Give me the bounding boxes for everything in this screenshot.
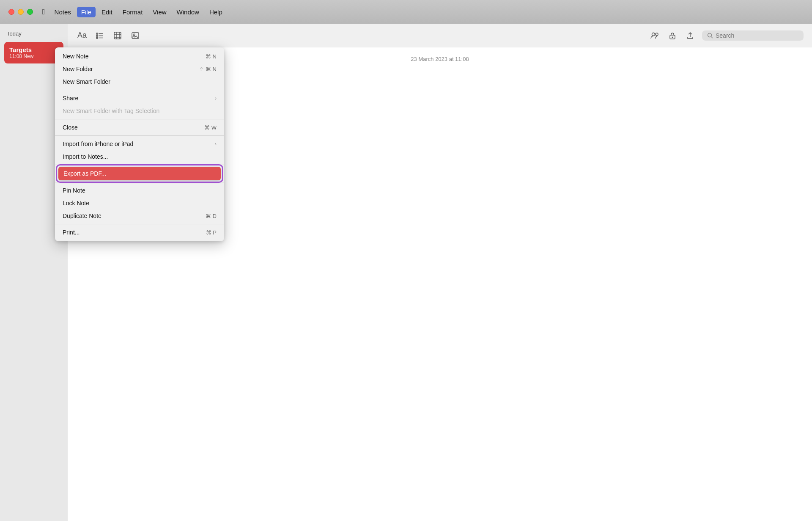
svg-point-17 — [708, 33, 712, 37]
menu-item-share[interactable]: Share › — [55, 92, 224, 105]
svg-point-16 — [672, 36, 673, 38]
collaborate-icon[interactable] — [649, 30, 661, 41]
svg-rect-2 — [96, 35, 98, 36]
apple-logo-icon:  — [42, 8, 45, 17]
menu-item-close[interactable]: Close ⌘ W — [55, 121, 224, 134]
content-toolbar: Aa — [68, 24, 812, 47]
menu-item-export-pdf[interactable]: Export as PDF... — [58, 167, 221, 180]
checklist-icon[interactable] — [94, 30, 106, 41]
share-icon[interactable] — [684, 30, 696, 41]
menu-help[interactable]: Help — [205, 7, 227, 17]
menu-format[interactable]: Format — [118, 7, 147, 17]
menu-item-new-folder[interactable]: New Folder ⇧ ⌘ N — [55, 63, 224, 75]
search-bar — [702, 30, 804, 41]
menu-notes[interactable]: Notes — [50, 7, 75, 17]
file-dropdown-menu: New Note ⌘ N New Folder ⇧ ⌘ N New Smart … — [55, 47, 224, 241]
menu-file[interactable]: File — [77, 7, 96, 17]
svg-point-12 — [133, 34, 135, 36]
menu-separator-1 — [55, 90, 224, 90]
close-button[interactable] — [8, 9, 14, 15]
menu-separator-6 — [55, 224, 224, 224]
sidebar-note-item[interactable]: Targets 11:08 New — [4, 42, 63, 63]
search-input[interactable] — [716, 32, 792, 39]
menu-window[interactable]: Window — [173, 7, 203, 17]
menu-item-pin-note[interactable]: Pin Note — [55, 184, 224, 197]
maximize-button[interactable] — [27, 9, 33, 15]
traffic-lights — [8, 9, 33, 15]
menu-item-lock-note[interactable]: Lock Note — [55, 197, 224, 210]
image-icon[interactable] — [129, 30, 141, 41]
menu-view[interactable]: View — [148, 7, 170, 17]
menu-item-duplicate-note[interactable]: Duplicate Note ⌘ D — [55, 210, 224, 222]
menu-bar:  Notes File Edit Format View Window Hel… — [0, 0, 812, 24]
svg-rect-4 — [96, 37, 98, 39]
sidebar-note-title: Targets — [9, 46, 58, 53]
svg-point-14 — [656, 33, 658, 36]
export-pdf-wrapper: Export as PDF... — [55, 167, 224, 180]
menu-item-new-smart-folder[interactable]: New Smart Folder — [55, 75, 224, 88]
menu-item-new-note[interactable]: New Note ⌘ N — [55, 50, 224, 63]
svg-point-13 — [652, 33, 655, 36]
sidebar-note-sub: 11:08 New — [9, 53, 58, 59]
menu-item-import-notes[interactable]: Import to Notes... — [55, 150, 224, 163]
font-size-icon[interactable]: Aa — [76, 30, 88, 41]
search-icon — [707, 33, 713, 39]
table-icon[interactable] — [112, 30, 123, 41]
menu-item-new-smart-folder-tag: New Smart Folder with Tag Selection — [55, 105, 224, 117]
lock-icon[interactable] — [667, 30, 678, 41]
minimize-button[interactable] — [18, 9, 24, 15]
main-layout: Today Targets 11:08 New Aa — [0, 24, 812, 521]
sidebar-today-label: Today — [0, 28, 68, 39]
menu-separator-4 — [55, 165, 224, 165]
menu-item-print[interactable]: Print... ⌘ P — [55, 226, 224, 239]
menu-separator-3 — [55, 135, 224, 136]
svg-rect-0 — [96, 33, 98, 34]
menu-separator-5 — [55, 182, 224, 182]
svg-line-18 — [711, 36, 713, 38]
menu-edit[interactable]: Edit — [97, 7, 117, 17]
menu-item-import-iphone[interactable]: Import from iPhone or iPad › — [55, 138, 224, 150]
svg-rect-6 — [114, 32, 121, 39]
menu-separator-2 — [55, 119, 224, 119]
